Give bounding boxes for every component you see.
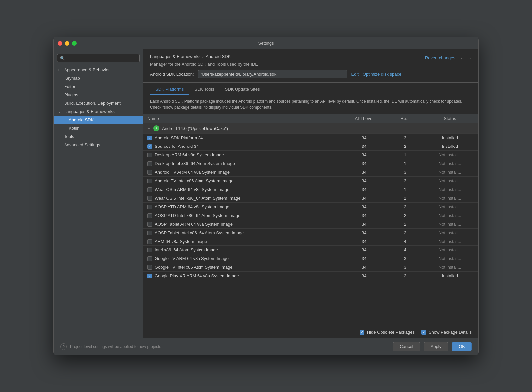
sdk-location-actions: Edit Optimize disk space	[351, 72, 402, 77]
row-api: 34	[339, 254, 389, 263]
apply-button[interactable]: Apply	[424, 342, 449, 351]
chevron-right-icon: ›	[58, 68, 62, 72]
tab-sdk-tools[interactable]: SDK Tools	[189, 84, 219, 95]
row-checkbox[interactable]	[147, 144, 152, 149]
table-row: Android SDK Platform 34 34 3 Installed	[143, 134, 478, 142]
settings-window: Settings 🔍 › Appearance & Behavior Keyma…	[53, 37, 479, 355]
header-top-row: Languages & Frameworks › Android SDK Rev…	[150, 54, 472, 62]
table-container[interactable]: Name API Level Re... Status ▼ A Android …	[143, 114, 478, 326]
maximize-button[interactable]	[72, 41, 77, 46]
sidebar-item-languages[interactable]: ∨ Languages & Frameworks	[54, 107, 143, 116]
sidebar-item-tools[interactable]: › Tools	[54, 132, 143, 141]
sidebar-item-label: Android SDK	[69, 117, 94, 122]
row-checkbox[interactable]	[147, 239, 152, 244]
row-checkbox[interactable]	[147, 231, 152, 235]
cancel-button[interactable]: Cancel	[393, 342, 420, 351]
row-name: AOSP Tablet ARM 64 v8a System Image	[155, 222, 233, 227]
row-api: 34	[339, 151, 389, 159]
row-checkbox[interactable]	[147, 222, 152, 227]
table-row: AOSP Tablet Intel x86_64 Atom System Ima…	[143, 229, 478, 237]
show-package-details-option[interactable]: Show Package Details	[421, 330, 472, 335]
row-status: Not install...	[421, 229, 478, 237]
row-status: Not install...	[421, 168, 478, 177]
show-package-details-checkbox[interactable]	[421, 330, 426, 335]
row-checkbox[interactable]	[147, 265, 152, 270]
row-rev: 2	[389, 220, 421, 229]
tabs-row: SDK Platforms SDK Tools SDK Update Sites	[143, 84, 478, 95]
sidebar-item-keymap[interactable]: Keymap	[54, 74, 143, 82]
hide-obsolete-option[interactable]: Hide Obsolete Packages	[360, 330, 415, 335]
table-row: Wear OS 5 ARM 64 v8a System Image 34 1 N…	[143, 185, 478, 194]
ok-button[interactable]: OK	[452, 342, 472, 351]
row-rev: 3	[389, 134, 421, 142]
row-api: 34	[339, 246, 389, 254]
row-checkbox[interactable]	[147, 196, 152, 201]
row-status: Not install...	[421, 254, 478, 263]
row-api: 34	[339, 263, 389, 272]
minimize-button[interactable]	[65, 41, 69, 46]
row-checkbox[interactable]	[147, 205, 152, 209]
tab-sdk-update-sites[interactable]: SDK Update Sites	[220, 84, 265, 95]
row-checkbox[interactable]	[147, 274, 152, 278]
sidebar-item-editor[interactable]: › Editor	[54, 82, 143, 91]
row-api: 34	[339, 272, 389, 280]
row-checkbox[interactable]	[147, 248, 152, 252]
sdk-table: Name API Level Re... Status ▼ A Android …	[143, 114, 478, 280]
row-checkbox[interactable]	[147, 136, 152, 140]
row-checkbox[interactable]	[147, 170, 152, 175]
sdk-location-input[interactable]	[198, 70, 347, 78]
row-rev: 3	[389, 177, 421, 185]
close-button[interactable]	[58, 41, 62, 46]
row-name: Intel x86_64 Atom System Image	[155, 247, 218, 252]
row-name: Sources for Android 34	[155, 144, 199, 149]
hide-obsolete-checkbox[interactable]	[360, 330, 364, 335]
sidebar-item-label: Plugins	[64, 92, 78, 97]
row-rev: 4	[389, 246, 421, 254]
sidebar-item-android-sdk[interactable]: Android SDK	[54, 116, 143, 124]
traffic-lights	[58, 41, 77, 46]
sidebar-item-advanced[interactable]: Advanced Settings	[54, 141, 143, 149]
sidebar-item-plugins[interactable]: Plugins	[54, 91, 143, 99]
row-status: Not install...	[421, 177, 478, 185]
row-api: 34	[339, 237, 389, 246]
revert-changes-link[interactable]: Revert changes	[425, 55, 455, 60]
search-box[interactable]: 🔍	[57, 54, 140, 62]
optimize-disk-link[interactable]: Optimize disk space	[363, 72, 401, 77]
col-rev: Re...	[389, 114, 421, 123]
row-rev: 2	[389, 203, 421, 211]
row-name: Wear OS 5 ARM 64 v8a System Image	[155, 187, 229, 192]
sidebar-item-build[interactable]: › Build, Execution, Deployment	[54, 99, 143, 107]
help-button[interactable]: ?	[60, 343, 67, 350]
android-icon: A	[153, 125, 159, 131]
breadcrumb: Languages & Frameworks › Android SDK	[150, 54, 231, 59]
main-header: Languages & Frameworks › Android SDK Rev…	[143, 49, 478, 83]
tab-sdk-platforms[interactable]: SDK Platforms	[150, 84, 189, 95]
row-checkbox[interactable]	[147, 179, 152, 183]
search-input[interactable]	[67, 56, 137, 61]
chevron-down-icon: ∨	[58, 110, 62, 113]
row-name: Desktop ARM 64 v8a System Image	[155, 152, 224, 157]
edit-link[interactable]: Edit	[351, 72, 359, 77]
row-rev: 2	[389, 211, 421, 220]
forward-arrow-icon[interactable]: →	[467, 55, 472, 61]
row-api: 34	[339, 229, 389, 237]
row-name: Wear OS 5 Intel x86_64 Atom System Image	[155, 196, 240, 201]
row-checkbox[interactable]	[147, 213, 152, 218]
row-checkbox[interactable]	[147, 153, 152, 157]
row-checkbox[interactable]	[147, 161, 152, 166]
nav-arrows: ← →	[460, 55, 472, 61]
sidebar-item-label: Editor	[64, 84, 75, 89]
chevron-right-icon: ›	[58, 135, 62, 138]
row-name: Google TV ARM 64 v8a System Image	[155, 256, 229, 261]
group-expand-icon[interactable]: ▼	[147, 127, 151, 130]
table-row: ARM 64 v8a System Image 34 4 Not install…	[143, 237, 478, 246]
footer-right: Cancel Apply OK	[393, 342, 472, 351]
table-row: Android TV ARM 64 v8a System Image 34 3 …	[143, 168, 478, 177]
sidebar-item-kotlin[interactable]: Kotlin	[54, 124, 143, 132]
back-arrow-icon[interactable]: ←	[460, 55, 465, 61]
row-rev: 3	[389, 263, 421, 272]
row-api: 34	[339, 134, 389, 142]
sidebar-item-appearance[interactable]: › Appearance & Behavior	[54, 66, 143, 74]
row-checkbox[interactable]	[147, 187, 152, 192]
row-checkbox[interactable]	[147, 256, 152, 261]
